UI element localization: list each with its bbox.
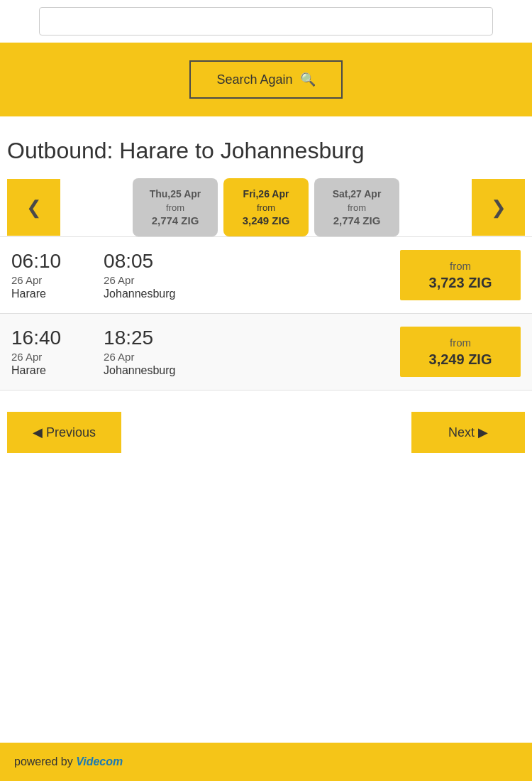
price-from-label: from (450, 260, 471, 272)
date-next-button[interactable]: ❯ (472, 179, 525, 236)
arrive-city: Johannesburg (104, 288, 175, 300)
arrive-time: 18:25 (104, 327, 175, 349)
footer: powered by Videcom (0, 743, 532, 781)
date-card-0[interactable]: Thu,25 Apr from 2,774 ZIG (133, 178, 218, 236)
date-selector: ❮ Thu,25 Apr from 2,774 ZIG Fri,26 Apr f… (0, 178, 532, 236)
price-from-label: from (450, 337, 471, 349)
flight-times: 16:40 26 Apr Harare 18:25 26 Apr Johanne… (11, 327, 400, 377)
page-title: Outbound: Harare to Johannesburg (7, 138, 525, 164)
depart-time: 16:40 (11, 327, 61, 349)
depart-city: Harare (11, 364, 61, 377)
arrive-time: 08:05 (104, 250, 175, 273)
search-input-bar[interactable] (39, 7, 493, 36)
price-value: 3,249 ZIG (429, 351, 492, 368)
brand-name: Videcom (76, 755, 123, 768)
depart-date: 26 Apr (11, 351, 61, 363)
depart-city: Harare (11, 288, 61, 300)
date-prev-button[interactable]: ❮ (7, 179, 60, 236)
date-card-day: Sat,27 Apr (326, 188, 388, 200)
search-icon: 🔍 (300, 72, 316, 87)
prev-label: ◀ Previous (33, 425, 96, 440)
flight-price-button[interactable]: from 3,249 ZIG (400, 327, 521, 377)
arrive-date: 26 Apr (104, 274, 175, 286)
date-card-day: Fri,26 Apr (235, 188, 297, 200)
date-card-price: 2,774 ZIG (144, 214, 206, 226)
depart-date: 26 Apr (11, 274, 61, 286)
date-card-from: from (144, 202, 206, 213)
arrive-date: 26 Apr (104, 351, 175, 363)
flight-list: 06:10 26 Apr Harare 08:05 26 Apr Johanne… (0, 236, 532, 390)
next-label: Next ▶ (448, 425, 488, 440)
search-again-label: Search Again (216, 72, 292, 87)
flight-price-button[interactable]: from 3,723 ZIG (400, 250, 521, 300)
previous-button[interactable]: ◀ Previous (7, 412, 121, 453)
flight-row: 16:40 26 Apr Harare 18:25 26 Apr Johanne… (0, 313, 532, 390)
date-card-price: 2,774 ZIG (326, 214, 388, 226)
search-again-section: Search Again 🔍 (0, 43, 532, 116)
date-card-1[interactable]: Fri,26 Apr from 3,249 ZIG (223, 178, 309, 236)
page-title-section: Outbound: Harare to Johannesburg (0, 116, 532, 178)
search-again-button[interactable]: Search Again 🔍 (189, 60, 342, 99)
flight-row: 06:10 26 Apr Harare 08:05 26 Apr Johanne… (0, 236, 532, 313)
powered-by-text: powered by (14, 755, 73, 768)
arrive-point: 18:25 26 Apr Johannesburg (104, 327, 175, 377)
pagination: ◀ Previous Next ▶ (0, 390, 532, 474)
arrive-city: Johannesburg (104, 364, 175, 377)
date-card-from: from (326, 202, 388, 213)
date-cards: Thu,25 Apr from 2,774 ZIG Fri,26 Apr fro… (60, 178, 472, 236)
flight-times: 06:10 26 Apr Harare 08:05 26 Apr Johanne… (11, 250, 400, 300)
chevron-left-icon: ❮ (26, 197, 42, 219)
depart-time: 06:10 (11, 250, 61, 273)
arrive-point: 08:05 26 Apr Johannesburg (104, 250, 175, 300)
date-card-from: from (235, 202, 297, 213)
depart-point: 16:40 26 Apr Harare (11, 327, 61, 377)
date-card-price: 3,249 ZIG (235, 214, 297, 226)
date-card-day: Thu,25 Apr (144, 188, 206, 200)
price-value: 3,723 ZIG (429, 275, 492, 291)
next-button[interactable]: Next ▶ (411, 412, 525, 453)
chevron-right-icon: ❯ (491, 197, 506, 219)
date-card-2[interactable]: Sat,27 Apr from 2,774 ZIG (314, 178, 399, 236)
depart-point: 06:10 26 Apr Harare (11, 250, 61, 300)
